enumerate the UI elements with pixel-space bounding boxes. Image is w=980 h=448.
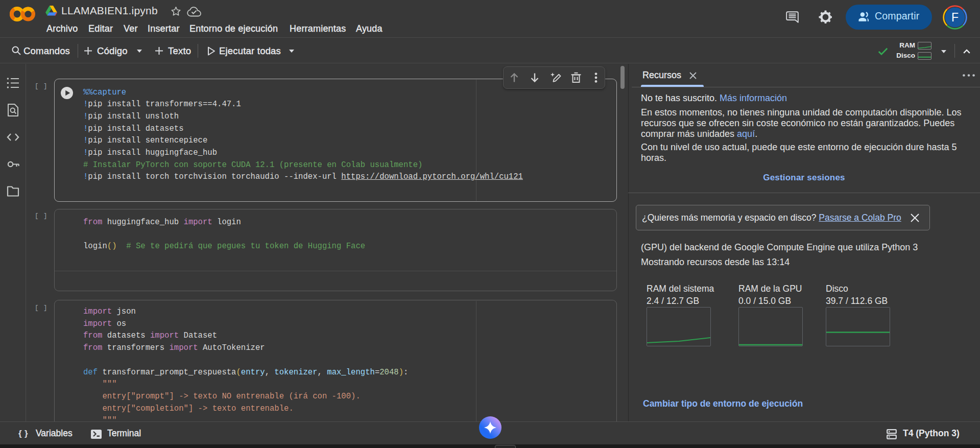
svg-text:F: F [951, 11, 959, 24]
